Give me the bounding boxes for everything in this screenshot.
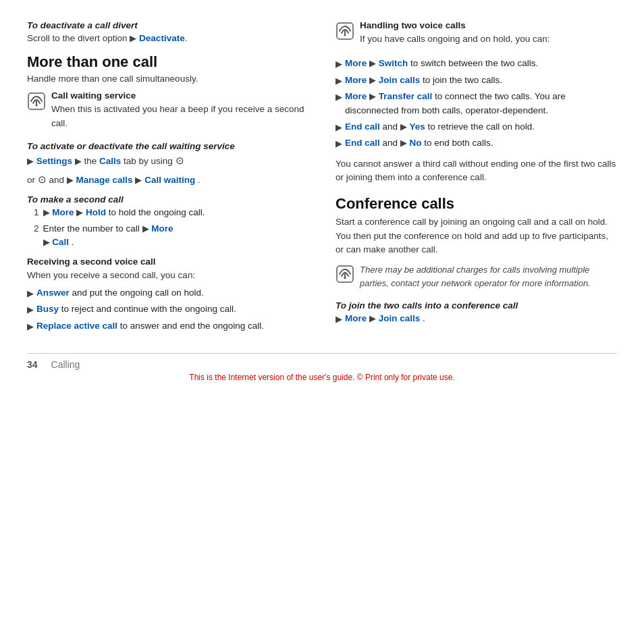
receiving-bullet-1: ▶ Answer and put the ongoing call on hol… [27, 286, 308, 300]
receiving-heading: Receiving a second voice call [27, 257, 308, 267]
handling-bullet-5: ▶ End call and ▶ No to end both calls. [336, 136, 617, 151]
handling-bullet-3: ▶ More ▶ Transfer call to connect the tw… [336, 90, 617, 117]
deactivate-action: Deactivate [139, 33, 185, 43]
conference-body: Start a conference call by joining an on… [336, 215, 617, 257]
footer-page: 34 [27, 359, 38, 370]
section-subtitle: Handle more than one call simultaneously… [27, 74, 308, 84]
handling-heading: Handling two voice calls [360, 20, 549, 30]
charges-block: There may be additional charges for call… [336, 263, 617, 294]
deactivate-heading: To deactivate a call divert [27, 20, 308, 30]
charges-note: There may be additional charges for call… [360, 263, 617, 290]
cannot-text: You cannot answer a third call without e… [336, 157, 617, 185]
conference-section: Conference calls Start a conference call… [336, 195, 617, 257]
handling-bullet-4: ▶ End call and ▶ Yes to retrieve the cal… [336, 120, 617, 134]
handling-bullet-1: ▶ More ▶ Switch to switch between the tw… [336, 57, 617, 71]
join-line: ▶ More ▶ Join calls . [336, 312, 617, 326]
arrow1: ▶ [27, 156, 34, 166]
call-waiting-body: When this is activated you hear a beep i… [51, 103, 308, 130]
section-title: More than one call [27, 53, 308, 71]
conference-title: Conference calls [336, 195, 617, 213]
join-heading: To join the two calls into a conference … [336, 300, 617, 311]
handling-bullet-2: ▶ More ▶ Join calls to join the two call… [336, 74, 617, 88]
second-call-heading: To make a second call [27, 194, 308, 205]
call-waiting-content: Call waiting service When this is activa… [51, 90, 308, 134]
join-block: To join the two calls into a conference … [336, 300, 617, 326]
svg-point-5 [344, 277, 346, 279]
page-layout: To deactivate a call divert Scroll to th… [27, 20, 617, 340]
deactivate-arrow: ▶ [130, 33, 136, 43]
receiving-bullet-2: ▶ Busy to reject and continue with the o… [27, 302, 308, 317]
deactivate-block: To deactivate a call divert Scroll to th… [27, 20, 308, 45]
activate-block: To activate or deactivate the call waiti… [27, 141, 308, 188]
receiving-block: Receiving a second voice call When you r… [27, 257, 308, 333]
handling-block: Handling two voice calls If you have cal… [336, 20, 617, 50]
footer-section: Calling [51, 359, 80, 370]
second-call-list: 1 ▶ More ▶ Hold to hold the ongoing call… [34, 206, 308, 250]
footer-note: This is the Internet version of the user… [27, 373, 617, 382]
call-waiting-icon [27, 92, 46, 111]
svg-point-3 [344, 34, 346, 36]
more-than-one-call-section: More than one call Handle more than one … [27, 53, 308, 84]
svg-point-1 [36, 105, 38, 107]
second-call-item-2: 2 Enter the number to call ▶ More ▶ Call… [34, 222, 308, 250]
handling-bullets: ▶ More ▶ Switch to switch between the tw… [336, 57, 617, 151]
charges-icon [336, 265, 354, 284]
handling-icon [336, 22, 354, 41]
handling-body: If you have calls ongoing and on hold, y… [360, 32, 549, 46]
deactivate-body: Scroll to the divert option ▶ Deactivate… [27, 32, 308, 45]
second-call-item-1: 1 ▶ More ▶ Hold to hold the ongoing call… [34, 206, 308, 219]
call-waiting-heading: Call waiting service [51, 90, 308, 101]
activate-heading: To activate or deactivate the call waiti… [27, 141, 308, 151]
call-waiting-block: Call waiting service When this is activa… [27, 90, 308, 134]
receiving-body: When you receive a second call, you can: [27, 269, 308, 282]
second-call-block: To make a second call 1 ▶ More ▶ Hold to… [27, 194, 308, 250]
left-column: To deactivate a call divert Scroll to th… [27, 20, 308, 340]
activate-line2: or ⊙ and ▶ Manage calls ▶ Call waiting . [27, 171, 308, 188]
handling-content: Handling two voice calls If you have cal… [360, 20, 549, 50]
activate-line1: ▶ Settings ▶ the Calls tab by using ⊙ [27, 153, 308, 169]
right-column: Handling two voice calls If you have cal… [336, 20, 617, 340]
receiving-bullet-3: ▶ Replace active call to answer and end … [27, 319, 308, 333]
footer: 34 Calling [27, 353, 617, 370]
